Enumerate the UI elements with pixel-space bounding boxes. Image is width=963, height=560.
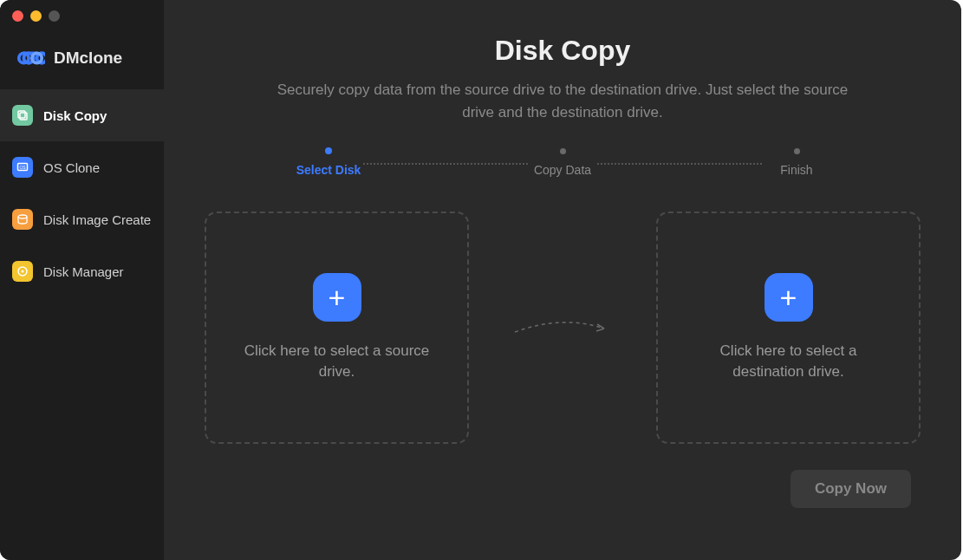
window-controls (0, 0, 164, 29)
plus-icon: + (329, 281, 346, 315)
svg-point-6 (18, 215, 27, 218)
app-window: DMclone Disk Copy OS OS Clone Disk Image… (0, 0, 961, 560)
arrow-icon (511, 315, 615, 341)
maximize-window-button[interactable] (49, 10, 60, 22)
step-label: Copy Data (534, 163, 591, 177)
step-dot-icon (325, 147, 332, 154)
step-finish: Finish (762, 148, 831, 177)
page-title: Disk Copy (190, 35, 935, 67)
svg-point-8 (22, 270, 24, 273)
step-dot-icon (560, 148, 566, 154)
disk-copy-icon (12, 105, 33, 126)
add-destination-button[interactable]: + (765, 273, 813, 322)
destination-drive-card[interactable]: + Click here to select a destination dri… (656, 212, 921, 444)
os-clone-icon: OS (12, 157, 33, 178)
page-subtitle: Securely copy data from the source drive… (190, 79, 935, 123)
app-logo-icon (16, 46, 45, 70)
disk-image-icon (12, 209, 33, 230)
step-copy-data: Copy Data (528, 148, 597, 177)
sidebar-item-label: Disk Copy (43, 108, 107, 123)
step-label: Finish (780, 163, 812, 177)
sidebar: DMclone Disk Copy OS OS Clone Disk Image… (0, 0, 164, 560)
sidebar-item-label: Disk Image Create (43, 212, 151, 227)
source-drive-card[interactable]: + Click here to select a source drive. (205, 212, 469, 444)
sidebar-item-disk-copy[interactable]: Disk Copy (0, 89, 164, 141)
drive-selection-row: + Click here to select a source drive. +… (190, 212, 935, 444)
sidebar-item-disk-manager[interactable]: Disk Manager (0, 245, 164, 297)
sidebar-item-disk-image-create[interactable]: Disk Image Create (0, 193, 164, 245)
step-label: Select Disk (296, 163, 361, 177)
disk-manager-icon (12, 261, 33, 282)
minimize-window-button[interactable] (30, 10, 42, 22)
add-source-button[interactable]: + (313, 273, 361, 322)
svg-text:OS: OS (19, 165, 26, 170)
svg-rect-3 (20, 113, 27, 120)
step-connector (597, 163, 762, 165)
transfer-arrow (511, 315, 615, 341)
app-name: DMclone (54, 49, 122, 68)
copy-now-button[interactable]: Copy Now (791, 470, 911, 508)
sidebar-nav: Disk Copy OS OS Clone Disk Image Create … (0, 89, 164, 297)
destination-drive-caption: Click here to select a destination drive… (658, 341, 919, 382)
footer-actions: Copy Now (190, 470, 935, 508)
step-dot-icon (794, 148, 800, 154)
plus-icon: + (780, 281, 797, 315)
main-panel: Disk Copy Securely copy data from the so… (164, 0, 961, 560)
sidebar-item-os-clone[interactable]: OS OS Clone (0, 141, 164, 193)
step-select-disk: Select Disk (294, 147, 363, 177)
brand: DMclone (0, 29, 164, 89)
sidebar-item-label: OS Clone (43, 160, 100, 175)
sidebar-item-label: Disk Manager (43, 264, 124, 279)
stepper: Select Disk Copy Data Finish (190, 147, 935, 177)
svg-rect-2 (18, 111, 25, 118)
close-window-button[interactable] (12, 10, 23, 22)
source-drive-caption: Click here to select a source drive. (206, 341, 467, 382)
step-connector (363, 163, 528, 165)
